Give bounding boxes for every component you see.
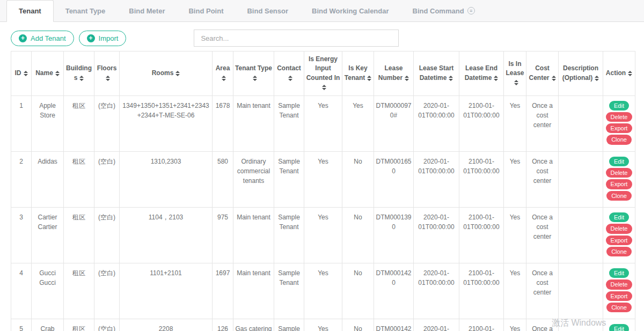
cell-rooms: 1310,2303 [120,151,213,207]
table-row: 1Apple Store租区(空白)1349+1350+1351+2341+23… [11,95,635,151]
cell-lease_number: DTM0001650 [374,151,414,207]
clone-button[interactable]: Clone [606,135,632,144]
column-header-action[interactable]: Action [603,52,635,96]
export-button[interactable]: Export [606,123,633,133]
add-tenant-button[interactable]: + Add Tenant [11,31,74,46]
column-label: Cost Center [529,64,549,81]
tab-bind-working-calendar[interactable]: Bind Working Calendar [300,0,401,21]
clone-button[interactable]: Clone [606,191,632,201]
cell-name: Adidas [32,151,64,207]
cell-lease_start: 2020-01-01T00:00:00 [414,151,459,207]
sort-icon [24,71,28,76]
cell-name: Crab Town [32,319,64,331]
tab-bind-command[interactable]: Bind Command≡ [401,0,487,21]
cell-energy_counted: Yes [304,207,342,263]
cell-buildings: 租区 [64,95,94,151]
clone-button[interactable]: Clone [606,303,632,312]
cell-tenant_type: Gas catering tenants [233,319,274,331]
tab-bind-sensor[interactable]: Bind Sensor [235,0,300,21]
cell-name: Cartier Cartier [32,207,64,263]
cell-description [559,207,603,263]
search-input[interactable] [194,30,399,47]
column-header-in_lease[interactable]: Is In Lease [504,52,526,96]
column-header-buildings[interactable]: Buildings [64,52,94,96]
cell-description [559,319,603,331]
column-header-name[interactable]: Name [32,52,64,96]
tab-bind-point[interactable]: Bind Point [177,0,235,21]
cell-id: 5 [11,319,32,331]
cell-energy_counted: Yes [304,263,342,319]
cell-key_tenant: No [342,151,374,207]
cell-action: EditDeleteExportClone [603,207,635,263]
column-header-energy_counted[interactable]: Is Energy Input Counted In [304,52,342,96]
column-header-area[interactable]: Area [213,52,233,96]
edit-button[interactable]: Edit [609,101,629,111]
tab-label: Tenant [19,7,41,15]
edit-button[interactable]: Edit [609,157,629,166]
cell-in_lease: Yes [504,95,526,151]
cell-id: 4 [11,263,32,319]
column-header-lease_number[interactable]: Lease Number [374,52,414,96]
tab-tenant-type[interactable]: Tenant Type [54,0,118,21]
cell-area: 1678 [213,95,233,151]
cell-name: Apple Store [32,95,64,151]
delete-button[interactable]: Delete [606,168,633,178]
cell-rooms: 2208 [120,319,213,331]
cell-key_tenant: No [342,319,374,331]
cell-area: 580 [213,151,233,207]
tenant-table: IDNameBuildingsFloorsRoomsAreaTenant Typ… [11,51,635,331]
column-header-id[interactable]: ID [11,52,32,96]
edit-button[interactable]: Edit [609,212,629,222]
edit-button[interactable]: Edit [609,268,629,278]
cell-contact: Sample Tenant [274,319,304,331]
cell-cost_center: Once a cost center [526,151,559,207]
sort-icon [322,85,326,90]
column-label: Lease End Datetime [465,64,497,81]
tab-label: Tenant Type [65,7,106,15]
sort-icon [367,76,371,81]
column-header-key_tenant[interactable]: Is Key Tenant [342,52,374,96]
cell-key_tenant: Yes [342,95,374,151]
column-header-tenant_type[interactable]: Tenant Type [233,52,274,96]
cell-lease_start: 2020-01-01T00:00:00 [414,263,459,319]
cell-cost_center: Once a cost center [526,319,559,331]
import-button[interactable]: + Import [79,31,127,46]
export-button[interactable]: Export [606,236,633,245]
cell-cost_center: Once a cost center [526,263,559,319]
column-header-floors[interactable]: Floors [94,52,120,96]
cell-name: Gucci Gucci [32,263,64,319]
cell-energy_counted: Yes [304,95,342,151]
cell-buildings: 租区 [64,263,94,319]
cell-id: 2 [11,151,32,207]
column-header-lease_start[interactable]: Lease Start Datetime [414,52,459,96]
cell-lease_end: 2100-01-01T00:00:00 [459,151,504,207]
column-header-cost_center[interactable]: Cost Center [526,52,559,96]
delete-button[interactable]: Delete [606,112,633,122]
cell-tenant_type: Main tenant [233,263,274,319]
cell-tenant_type: Main tenant [233,207,274,263]
tab-label: Bind Command [413,7,464,15]
tab-tenant[interactable]: Tenant [6,0,54,22]
cell-lease_start: 2020-01-01T00:00:00 [414,207,459,263]
cell-buildings: 租区 [64,151,94,207]
column-header-lease_end[interactable]: Lease End Datetime [459,52,504,96]
delete-button[interactable]: Delete [606,224,633,233]
table-row: 2Adidas租区(空白)1310,2303580Ordinary commer… [11,151,635,207]
export-button[interactable]: Export [606,291,633,301]
sort-icon [514,80,518,85]
cell-description [559,95,603,151]
cell-floors: (空白) [94,151,120,207]
column-header-rooms[interactable]: Rooms [120,52,213,96]
clone-button[interactable]: Clone [606,247,632,256]
sort-icon [595,76,599,81]
column-header-description[interactable]: Description (Optional) [559,52,603,96]
delete-button[interactable]: Delete [606,279,633,289]
export-button[interactable]: Export [606,179,633,189]
cell-lease_number: DTM0001420 [374,319,414,331]
column-header-contact[interactable]: Contact [274,52,304,96]
cell-lease_start: 2020-01-01T00:00:00 [414,95,459,151]
edit-button[interactable]: Edit [609,324,629,331]
cell-buildings: 租区 [64,207,94,263]
cell-in_lease: Yes [504,151,526,207]
tab-bind-meter[interactable]: Bind Meter [117,0,177,21]
